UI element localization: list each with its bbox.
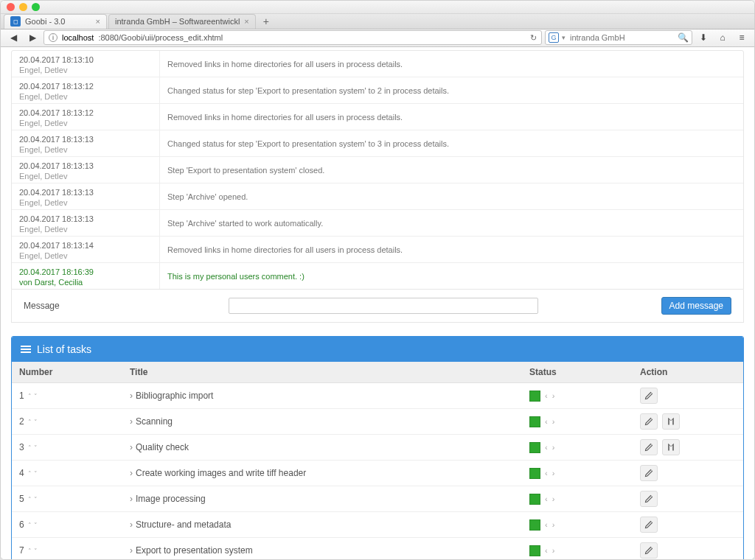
task-title: Create working images and write tiff hea… xyxy=(136,468,306,478)
status-next-icon[interactable]: › xyxy=(552,546,555,555)
log-row: 20.04.2017 18:13:13Engel, DetlevStep 'Ex… xyxy=(12,157,743,183)
status-next-icon[interactable]: › xyxy=(552,417,555,426)
tab-inactive[interactable]: intranda GmbH – Softwareentwickl × xyxy=(108,14,256,29)
sort-up-icon[interactable]: ˄ xyxy=(27,444,32,452)
table-row: 4 ˄˅›Create working images and write tif… xyxy=(12,461,743,486)
sort-up-icon[interactable]: ˄ xyxy=(27,393,32,400)
download-icon[interactable]: ⬇ xyxy=(695,30,711,45)
sort-up-icon[interactable]: ˄ xyxy=(27,547,32,555)
script-button[interactable] xyxy=(662,413,680,430)
status-indicator xyxy=(529,468,540,479)
chevron-right-icon[interactable]: › xyxy=(130,442,133,452)
tasks-panel: List of tasks Number Title Status Action… xyxy=(11,336,744,559)
script-button[interactable] xyxy=(662,439,680,455)
sort-down-icon[interactable]: ˅ xyxy=(34,470,37,477)
sort-down-icon[interactable]: ˅ xyxy=(34,496,37,503)
log-user: Engel, Detlev xyxy=(19,225,152,234)
sort-down-icon[interactable]: ˅ xyxy=(34,522,37,529)
status-prev-icon[interactable]: ‹ xyxy=(545,391,548,400)
message-input[interactable] xyxy=(229,298,538,314)
log-meta: 20.04.2017 18:13:13Engel, Detlev xyxy=(12,210,159,236)
edit-button[interactable] xyxy=(640,517,658,533)
window-maximize-icon[interactable] xyxy=(32,3,40,11)
search-box[interactable]: G ▾ 🔍 xyxy=(545,30,692,45)
refresh-icon[interactable]: ↻ xyxy=(530,33,537,43)
status-next-icon[interactable]: › xyxy=(552,391,555,400)
sort-down-icon[interactable]: ˅ xyxy=(34,444,37,452)
search-icon[interactable]: 🔍 xyxy=(678,32,689,43)
task-title-cell: ›Scanning xyxy=(122,409,522,435)
task-status-cell: ‹› xyxy=(522,409,633,435)
log-row: 20.04.2017 18:13:14Engel, DetlevRemoved … xyxy=(12,237,743,263)
new-tab-button[interactable]: + xyxy=(257,14,275,29)
log-timestamp: 20.04.2017 18:13:13 xyxy=(19,161,152,170)
window-close-icon[interactable] xyxy=(7,3,15,11)
log-message: This is my personal users comment. :) xyxy=(159,263,743,289)
log-message: Removed links in home directories for al… xyxy=(159,237,743,262)
home-icon[interactable]: ⌂ xyxy=(714,30,731,45)
message-label: Message xyxy=(24,301,215,311)
task-title-cell: ›Structure- and metadata xyxy=(122,512,522,538)
status-next-icon[interactable]: › xyxy=(552,469,555,477)
sort-down-icon[interactable]: ˅ xyxy=(34,393,37,400)
table-row: 1 ˄˅›Bibliographic import‹› xyxy=(12,383,743,409)
close-icon[interactable]: × xyxy=(244,17,248,26)
status-indicator xyxy=(529,519,540,531)
edit-button[interactable] xyxy=(640,542,658,559)
col-number[interactable]: Number xyxy=(12,362,122,383)
status-next-icon[interactable]: › xyxy=(552,443,555,452)
log-message: Removed links in home directories for al… xyxy=(159,104,743,130)
sort-up-icon[interactable]: ˄ xyxy=(27,470,32,477)
sort-up-icon[interactable]: ˄ xyxy=(27,496,32,503)
status-indicator xyxy=(529,494,540,505)
status-prev-icon[interactable]: ‹ xyxy=(545,469,548,477)
task-title: Structure- and metadata xyxy=(136,519,231,530)
edit-button[interactable] xyxy=(640,388,658,404)
chevron-right-icon[interactable]: › xyxy=(130,468,133,478)
status-prev-icon[interactable]: ‹ xyxy=(545,546,548,555)
page-content: 20.04.2017 18:13:10Engel, DetlevRemoved … xyxy=(1,47,754,559)
edit-button[interactable] xyxy=(640,439,658,455)
col-title[interactable]: Title xyxy=(122,362,522,383)
status-prev-icon[interactable]: ‹ xyxy=(545,443,548,452)
window-minimize-icon[interactable] xyxy=(19,3,27,11)
task-number: 4 ˄˅ xyxy=(12,461,122,486)
log-row: 20.04.2017 18:13:13Engel, DetlevChanged … xyxy=(12,130,743,157)
sort-down-icon[interactable]: ˅ xyxy=(34,419,37,426)
col-status[interactable]: Status xyxy=(522,362,633,383)
edit-button[interactable] xyxy=(640,413,658,430)
status-prev-icon[interactable]: ‹ xyxy=(545,494,548,503)
col-action[interactable]: Action xyxy=(633,362,743,383)
chevron-right-icon[interactable]: › xyxy=(130,494,133,504)
url-bar[interactable]: i localhost :8080/Goobi/uii/process_edit… xyxy=(44,30,542,45)
status-prev-icon[interactable]: ‹ xyxy=(545,417,548,426)
search-input[interactable] xyxy=(568,32,675,43)
nav-forward-button[interactable]: ▶ xyxy=(24,30,41,45)
chevron-right-icon[interactable]: › xyxy=(130,391,133,401)
chevron-right-icon[interactable]: › xyxy=(130,416,133,427)
status-next-icon[interactable]: › xyxy=(552,494,555,503)
status-next-icon[interactable]: › xyxy=(552,520,555,529)
log-user: Engel, Detlev xyxy=(19,119,152,127)
sort-up-icon[interactable]: ˄ xyxy=(27,522,32,529)
menu-icon[interactable]: ≡ xyxy=(734,30,750,45)
chevron-down-icon[interactable]: ▾ xyxy=(562,34,566,41)
log-message: Changed status for step 'Export to prese… xyxy=(159,130,743,156)
status-prev-icon[interactable]: ‹ xyxy=(545,520,548,529)
chevron-right-icon[interactable]: › xyxy=(130,519,133,530)
task-title: Scanning xyxy=(136,416,173,427)
sort-up-icon[interactable]: ˄ xyxy=(27,419,32,426)
add-message-button[interactable]: Add message xyxy=(661,297,731,315)
task-action-cell xyxy=(633,383,743,409)
close-icon[interactable]: × xyxy=(96,17,100,26)
tasks-panel-title: List of tasks xyxy=(37,343,91,355)
edit-button[interactable] xyxy=(640,465,658,481)
edit-button[interactable] xyxy=(640,491,658,507)
sort-down-icon[interactable]: ˅ xyxy=(34,547,37,555)
favicon-icon: ◻ xyxy=(10,16,21,27)
task-title-cell: ›Image processing xyxy=(122,486,522,512)
chevron-right-icon[interactable]: › xyxy=(130,545,133,556)
nav-back-button[interactable]: ◀ xyxy=(5,30,21,45)
url-host: localhost xyxy=(62,33,94,42)
tab-active[interactable]: ◻ Goobi - 3.0 × xyxy=(4,14,107,29)
